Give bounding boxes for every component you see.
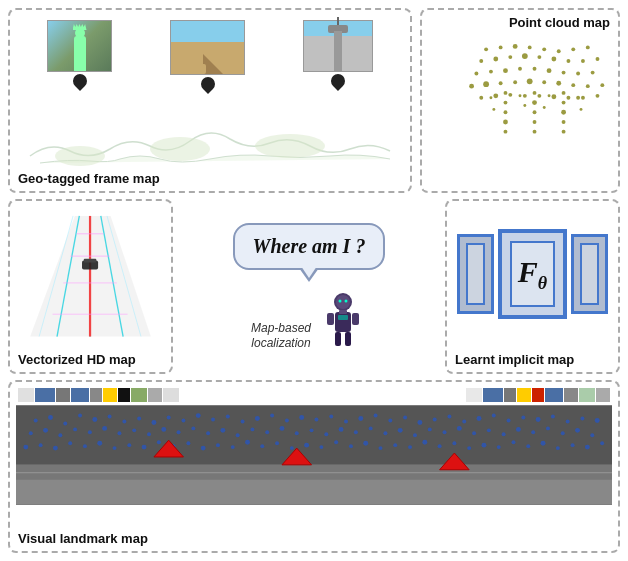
svg-point-191 [245,440,250,445]
svg-point-212 [556,446,560,450]
svg-point-6 [528,45,532,49]
panel-geo-tagged: Geo-tagged frame map [8,8,412,193]
panel-center: Where am I ? Map-based localization [181,199,437,374]
hdmap-svg [16,207,165,341]
svg-point-159 [354,430,358,434]
svg-point-33 [527,78,533,84]
svg-point-170 [516,427,521,432]
svg-point-171 [531,430,535,434]
svg-point-122 [388,419,392,423]
svg-point-87 [345,300,348,303]
svg-point-194 [290,446,294,450]
svg-point-103 [108,415,112,419]
svg-point-181 [97,441,102,446]
svg-point-21 [489,70,493,74]
svg-point-187 [186,441,190,445]
svg-point-185 [157,440,161,444]
svg-point-129 [492,414,496,418]
svg-point-108 [182,419,186,423]
svg-point-119 [344,420,348,424]
svg-point-5 [513,44,518,49]
color-strip-right [466,388,610,402]
cb-r8 [579,388,595,402]
svg-point-208 [497,445,501,449]
svg-point-142 [102,426,107,431]
svg-point-45 [532,100,537,105]
cb-r2 [483,388,503,402]
location-pin-1 [73,74,87,88]
svg-point-65 [523,94,527,98]
svg-point-59 [580,108,583,111]
cb-r5 [532,388,544,402]
panel-implicit: Fθ Learnt implicit map [445,199,620,374]
svg-point-184 [142,445,147,450]
svg-point-133 [551,415,555,419]
svg-point-180 [83,444,87,448]
svg-point-201 [393,443,397,447]
svg-point-166 [457,426,462,431]
color-strips-container [16,388,612,402]
svg-point-36 [571,83,575,87]
geo-photo-tower [303,20,373,88]
svg-point-112 [241,420,245,424]
location-pin-2 [201,77,215,91]
svg-point-35 [556,81,561,86]
cb-3 [56,388,70,402]
svg-point-168 [487,428,491,432]
svg-point-210 [526,444,530,448]
svg-point-213 [571,443,575,447]
svg-point-174 [575,428,580,433]
svg-point-25 [547,68,552,73]
svg-point-44 [533,91,537,95]
svg-point-138 [43,428,48,433]
svg-point-188 [201,446,206,451]
svg-point-99 [48,415,53,420]
svg-point-69 [581,96,585,100]
svg-point-160 [369,426,373,430]
svg-point-61 [492,108,495,111]
svg-point-206 [467,446,471,450]
cb-9 [148,388,162,402]
svg-point-60 [489,96,492,99]
svg-point-57 [543,106,546,109]
svg-point-1 [150,137,210,161]
svg-point-9 [571,47,575,51]
implicit-label: Learnt implicit map [455,352,574,367]
svg-point-147 [177,430,181,434]
cb-6 [103,388,117,402]
row1: Geo-tagged frame map Point cloud map [8,8,620,193]
geo-photo-statue [47,20,112,88]
svg-point-18 [581,59,585,63]
svg-point-116 [299,415,304,420]
svg-point-173 [561,431,565,435]
svg-point-177 [39,443,43,447]
svg-point-156 [310,428,314,432]
svg-rect-94 [339,310,347,314]
panel-hdmap: Vectorized HD map [8,199,173,374]
cb-1 [18,388,34,402]
svg-point-41 [504,110,508,114]
svg-point-154 [280,426,285,431]
svg-point-0 [55,146,105,166]
svg-point-169 [502,432,506,436]
svg-point-7 [542,47,546,51]
svg-point-104 [122,420,126,424]
svg-point-167 [472,431,476,435]
cb-r4 [517,388,531,402]
svg-point-47 [533,120,537,124]
implicit-map-content: Fθ [453,207,612,341]
svg-point-197 [334,440,338,444]
svg-point-50 [562,101,566,105]
svg-rect-83 [84,259,97,263]
svg-point-198 [349,444,353,448]
svg-point-68 [566,96,570,100]
cb-8 [131,388,147,402]
svg-point-66 [537,94,541,98]
svg-point-120 [358,416,363,421]
svg-point-211 [541,441,546,446]
svg-point-158 [339,427,344,432]
robot-figure [319,292,367,350]
svg-point-155 [295,431,299,435]
svg-point-2 [255,134,325,158]
svg-point-31 [499,81,503,85]
